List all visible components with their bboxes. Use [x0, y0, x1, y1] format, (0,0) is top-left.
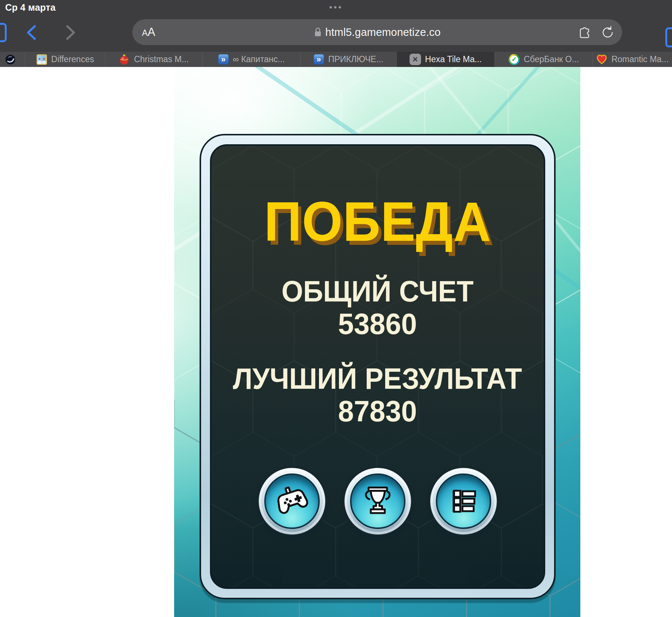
tab-priklyuche[interactable]: » ПРИКЛЮЧЕ... [301, 52, 397, 67]
tab-partial[interactable] [0, 52, 25, 67]
tab-label: ∞ Капитанс... [233, 54, 285, 64]
chevrons-favicon-icon: » [218, 54, 229, 65]
lock-icon [314, 27, 322, 37]
tabs-overview-icon[interactable] [665, 27, 672, 47]
total-score-value: 53860 [338, 308, 417, 340]
tab-kapitans[interactable]: » ∞ Капитанс... [203, 52, 301, 67]
reload-button[interactable] [601, 25, 615, 39]
tab-hexa-tile-active[interactable]: ✕ Hexa Tile Ma... [397, 52, 495, 67]
heart-favicon-icon [596, 54, 607, 65]
browser-chrome: Ср 4 марта ••• AA html5.gamemonetize.co [0, 0, 672, 52]
ball-favicon-icon [5, 54, 16, 65]
close-tab-button[interactable]: ✕ [410, 54, 421, 65]
sber-check-glyph: ✓ [510, 55, 518, 64]
tab-label: ПРИКЛЮЧЕ... [328, 54, 383, 64]
tab-sberbank[interactable]: ✓ СберБанк О... [495, 52, 593, 67]
leaderboard-button-face [436, 473, 491, 529]
best-score-value: 87830 [338, 396, 417, 427]
sberbank-favicon-icon: ✓ [509, 54, 520, 65]
differences-favicon-icon [36, 54, 47, 65]
best-score-label: ЛУЧШИЙ РЕЗУЛЬТАТ [233, 363, 522, 394]
ornament-favicon-icon [119, 54, 130, 65]
extensions-button[interactable] [576, 25, 591, 40]
play-button[interactable] [258, 467, 326, 536]
address-bar[interactable]: AA html5.gamemonetize.co [132, 19, 622, 45]
gamepad-icon [273, 482, 311, 520]
trophy-icon [359, 483, 396, 520]
tab-bar: Differences Christmas M... » ∞ Капитанс.… [0, 52, 672, 67]
reload-icon [601, 25, 615, 39]
back-button[interactable] [24, 24, 38, 41]
forward-button[interactable] [64, 24, 78, 41]
screen: Ср 4 марта ••• AA html5.gamemonetize.co [0, 0, 672, 617]
victory-panel: ПОБЕДА ОБЩИЙ СЧЕТ 53860 ЛУЧШИЙ РЕЗУЛЬТАТ… [200, 134, 556, 599]
chevron-left-icon [25, 24, 38, 41]
tab-label: Christmas M... [134, 54, 189, 64]
url-text: html5.gamemonetize.co [325, 26, 441, 38]
tab-label: Differences [51, 54, 94, 64]
play-button-face [264, 473, 320, 529]
tab-label: Hexa Tile Ma... [425, 54, 482, 64]
chevrons-favicon-icon: » [313, 54, 324, 65]
game-canvas: ПОБЕДА ОБЩИЙ СЧЕТ 53860 ЛУЧШИЙ РЕЗУЛЬТАТ… [174, 67, 580, 617]
total-score-label: ОБЩИЙ СЧЕТ [282, 276, 474, 307]
address-bar-actions [576, 19, 615, 45]
sidebar-icon[interactable] [0, 23, 7, 42]
tab-christmas[interactable]: Christmas M... [105, 52, 203, 67]
achievements-button[interactable] [343, 467, 412, 536]
victory-panel-inner: ПОБЕДА ОБЩИЙ СЧЕТ 53860 ЛУЧШИЙ РЕЗУЛЬТАТ… [210, 144, 545, 589]
tab-label: Romantic Ma... [611, 54, 669, 64]
action-buttons-row [258, 467, 498, 536]
app-switcher-dots-icon: ••• [0, 2, 672, 13]
tab-differences[interactable]: Differences [25, 52, 105, 67]
chevron-right-icon [64, 24, 77, 41]
victory-title: ПОБЕДА [264, 194, 491, 249]
achievements-button-face [350, 473, 405, 529]
url-container: html5.gamemonetize.co [132, 19, 622, 45]
leaderboard-button[interactable] [429, 467, 498, 536]
tab-label: СберБанк О... [524, 54, 579, 64]
puzzle-icon [576, 25, 591, 40]
tab-romantic[interactable]: Romantic Ma... [593, 52, 672, 67]
list-icon [445, 483, 482, 519]
